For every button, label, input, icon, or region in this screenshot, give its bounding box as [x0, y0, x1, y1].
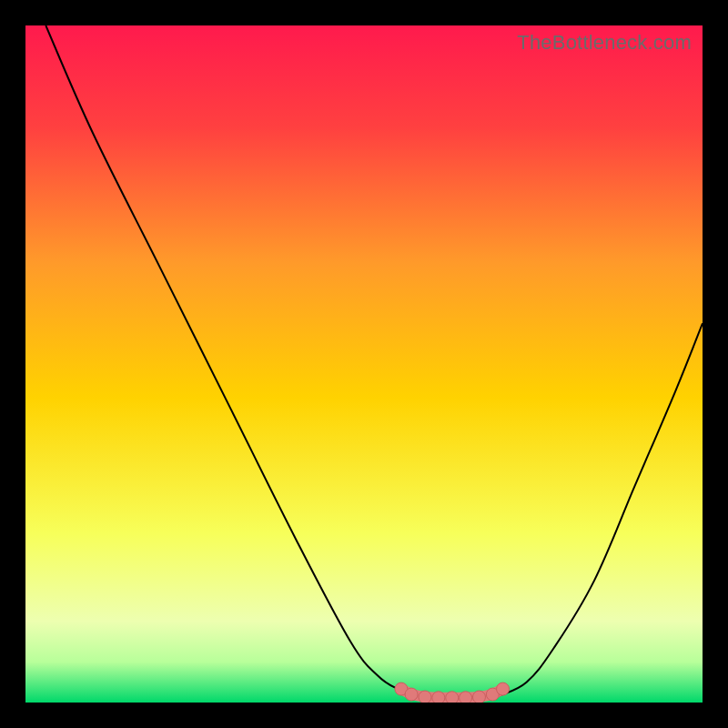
marker-dot: [446, 692, 459, 703]
gradient-background: [25, 25, 703, 703]
chart-frame: TheBottleneck.com: [0, 0, 728, 728]
marker-dot: [472, 691, 485, 703]
marker-dot: [405, 688, 418, 701]
marker-dot: [419, 691, 431, 703]
marker-dot: [460, 692, 472, 703]
watermark-text: TheBottleneck.com: [517, 31, 692, 55]
marker-dot: [432, 692, 445, 703]
chart-svg: [25, 25, 703, 703]
marker-dot: [497, 682, 510, 695]
plot-area: TheBottleneck.com: [25, 25, 703, 703]
